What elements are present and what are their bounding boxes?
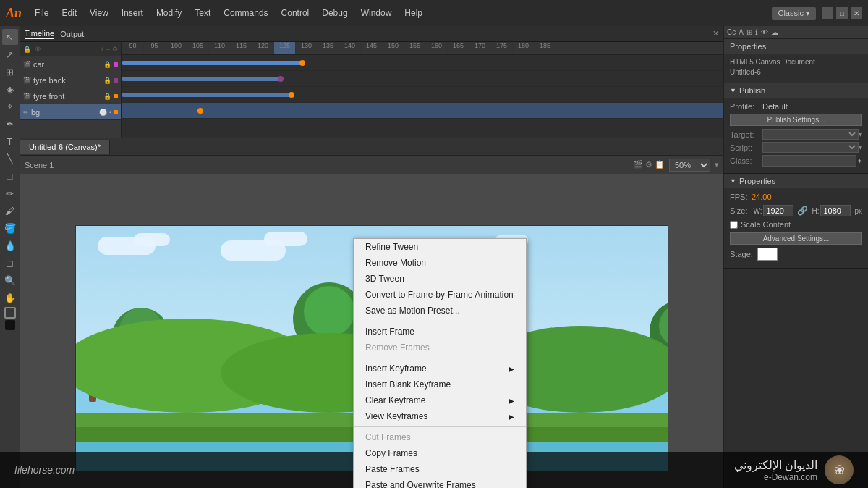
- ctx-clear-keyframe[interactable]: Clear Keyframe▶: [354, 392, 526, 408]
- frame-row-tyre-front[interactable]: [122, 87, 723, 103]
- ctx-remove-frames[interactable]: Remove Frames: [354, 340, 526, 356]
- eyedropper-tool[interactable]: 💧: [2, 237, 18, 253]
- scale-row: Scale Content: [730, 220, 862, 229]
- layer-bg-pencil[interactable]: ⚪: [99, 109, 107, 116]
- canvas-tabs: Untitled-6 (Canvas)*: [20, 138, 723, 156]
- eraser-tool[interactable]: ◻: [2, 255, 18, 271]
- brush-tool[interactable]: 🖌: [2, 203, 18, 219]
- menu-help[interactable]: Help: [399, 5, 428, 21]
- pencil-tool[interactable]: ✏: [2, 185, 18, 201]
- frame-row-bg[interactable]: [122, 103, 723, 119]
- menu-file[interactable]: File: [29, 5, 54, 21]
- ctx-view-keyframes[interactable]: View Keyframes▶: [354, 408, 526, 424]
- text-tool[interactable]: T: [2, 133, 18, 149]
- ctx-3d-tween[interactable]: 3D Tween: [354, 271, 526, 287]
- publish-body: Profile: Default Publish Settings... Tar…: [724, 98, 868, 173]
- close-button[interactable]: ✕: [851, 7, 862, 19]
- subselect-tool[interactable]: ↗: [2, 46, 18, 62]
- tab-timeline[interactable]: Timeline: [25, 29, 54, 39]
- advanced-settings-btn[interactable]: Advanced Settings...: [730, 232, 862, 245]
- ctx-convert-frame[interactable]: Convert to Frame-by-Frame Animation: [354, 287, 526, 303]
- panel-cc-icon[interactable]: Cc: [727, 28, 736, 36]
- watermark-logo-icon: ❀: [825, 455, 854, 484]
- layer-car[interactable]: 🎬 car 🔒: [20, 56, 121, 72]
- publish-title[interactable]: ▼ Publish: [724, 83, 868, 98]
- layer-tyre-back-lock[interactable]: 🔒: [103, 77, 111, 84]
- ctx-paste-overwrite[interactable]: Paste and Overwrite Frames: [354, 477, 526, 488]
- ctx-save-preset[interactable]: Save as Motion Preset...: [354, 303, 526, 319]
- scale-checkbox[interactable]: [730, 221, 738, 229]
- frame-row-tyre-back[interactable]: [122, 71, 723, 87]
- panel-eye-icon[interactable]: 👁: [761, 28, 768, 36]
- lasso-tool[interactable]: ⌖: [2, 98, 18, 114]
- panel-a-icon[interactable]: A: [739, 28, 744, 36]
- ctx-refine-tween[interactable]: Refine Tween: [354, 239, 526, 255]
- cloud-2: [134, 233, 170, 246]
- publish-settings-btn[interactable]: Publish Settings...: [730, 114, 862, 126]
- rect-tool[interactable]: □: [2, 168, 18, 184]
- ruler-95: 95: [143, 42, 165, 54]
- menu-modify[interactable]: Modify: [150, 5, 187, 21]
- layer-tyre-front[interactable]: 🎬 tyre front 🔒: [20, 88, 121, 104]
- script-select[interactable]: [762, 142, 859, 153]
- ctx-insert-frame[interactable]: Insert Frame: [354, 324, 526, 340]
- canvas-tab-untitled[interactable]: Untitled-6 (Canvas)*: [20, 140, 110, 154]
- menu-debug[interactable]: Debug: [316, 5, 353, 21]
- pen-tool[interactable]: ✒: [2, 116, 18, 132]
- menu-text[interactable]: Text: [189, 5, 216, 21]
- zoom-select[interactable]: 50% 100% 25%: [669, 159, 710, 172]
- free-transform-tool[interactable]: ⊞: [2, 64, 18, 80]
- ctx-cut-frames[interactable]: Cut Frames: [354, 429, 526, 445]
- height-field: H:: [812, 205, 851, 216]
- width-input[interactable]: [763, 205, 793, 216]
- menu-window[interactable]: Window: [355, 5, 398, 21]
- menu-control[interactable]: Control: [276, 5, 315, 21]
- layer-bg[interactable]: ✏ bg ⚪ •: [20, 104, 121, 120]
- ctx-remove-motion[interactable]: Remove Motion: [354, 255, 526, 271]
- hand-tool[interactable]: ✋: [2, 290, 18, 306]
- tab-output[interactable]: Output: [60, 30, 84, 38]
- zoom-tool[interactable]: 🔍: [2, 272, 18, 288]
- maximize-button[interactable]: □: [836, 7, 848, 19]
- panel-cloud-icon[interactable]: ☁: [771, 28, 778, 36]
- layer-bg-color: [114, 110, 118, 114]
- frame-row-car[interactable]: [122, 55, 723, 71]
- layer-tyre-back[interactable]: 🎬 tyre back 🔒: [20, 72, 121, 88]
- menu-edit[interactable]: Edit: [56, 5, 82, 21]
- stage-color-picker[interactable]: [757, 248, 778, 261]
- target-options-icon[interactable]: ▾: [859, 130, 862, 138]
- ctx-copy-frames[interactable]: Copy Frames: [354, 445, 526, 461]
- doc-properties-title[interactable]: ▼ Properties: [724, 174, 868, 188]
- class-star-icon[interactable]: ✦: [856, 157, 862, 165]
- target-select[interactable]: [762, 129, 859, 140]
- layer-tyre-front-lock[interactable]: 🔒: [103, 93, 111, 100]
- distort-tool[interactable]: ◈: [2, 81, 18, 97]
- paint-bucket-tool[interactable]: 🪣: [2, 220, 18, 236]
- script-options-icon[interactable]: ▾: [859, 143, 862, 151]
- properties-section: Properties HTML5 Canvas Document Untitle…: [724, 39, 868, 83]
- ctx-sep-3: [354, 426, 526, 427]
- ctx-insert-blank-keyframe[interactable]: Insert Blank Keyframe: [354, 376, 526, 392]
- timeline-close-icon[interactable]: ✕: [712, 29, 719, 38]
- minimize-button[interactable]: —: [822, 7, 833, 19]
- ctx-paste-frames[interactable]: Paste Frames: [354, 461, 526, 477]
- panel-info-icon[interactable]: ℹ: [755, 28, 758, 36]
- menu-commands[interactable]: Commands: [218, 5, 273, 21]
- height-input[interactable]: [820, 205, 851, 216]
- classic-mode-button[interactable]: Classic ▾: [772, 7, 816, 20]
- ctx-insert-keyframe[interactable]: Insert Keyframe▶: [354, 361, 526, 376]
- line-tool[interactable]: ╲: [2, 151, 18, 167]
- panel-grid-icon[interactable]: ⊞: [746, 28, 752, 36]
- menu-insert[interactable]: Insert: [116, 5, 149, 21]
- fill-color[interactable]: [5, 320, 15, 330]
- ruler-120: 120: [252, 42, 273, 54]
- select-tool[interactable]: ↖: [2, 29, 18, 45]
- class-input[interactable]: [762, 155, 856, 167]
- canvas-view[interactable]: Refine Tween Remove Motion 3D Tween Conv…: [20, 174, 723, 488]
- watermark-site: filehorse.com: [14, 464, 75, 476]
- layer-car-lock[interactable]: 🔒: [103, 61, 111, 68]
- menu-view[interactable]: View: [84, 5, 114, 21]
- stroke-color[interactable]: [4, 307, 16, 319]
- frames-area[interactable]: 90 95 100 105 110 115 120 125 130 135 14…: [122, 42, 723, 138]
- scene-label: Scene 1: [25, 161, 54, 169]
